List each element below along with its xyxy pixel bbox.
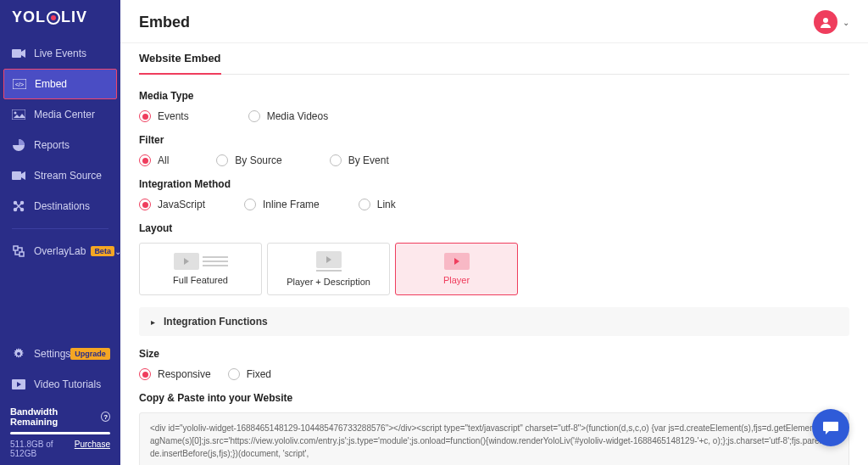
main: Embed ⌄ Website Embed Media Type Events …	[120, 0, 868, 465]
media-icon	[12, 108, 25, 121]
layout-icon	[316, 251, 342, 272]
embed-code[interactable]: <div id="yololiv-widget-1688465148129-10…	[139, 412, 849, 465]
integration-label: Integration Method	[139, 178, 849, 190]
nav: Live Events </> Embed Media Center Repor…	[0, 33, 120, 266]
sidebar-item-overlaylab[interactable]: OverlayLab Beta ⌄	[0, 236, 120, 266]
bandwidth-section: Bandwidth Remaining ? 511.8GB of 512GB P…	[0, 400, 120, 465]
tabs: Website Embed	[139, 43, 849, 75]
chevron-down-icon: ⌄	[114, 247, 121, 256]
sidebar-item-label: Stream Source	[34, 170, 102, 182]
radio-by-source[interactable]: By Source	[216, 154, 281, 166]
layout-player[interactable]: Player	[395, 243, 518, 295]
play-icon	[12, 378, 25, 391]
sidebar-item-label: Media Center	[34, 109, 95, 120]
sidebar-item-media-center[interactable]: Media Center	[0, 99, 120, 130]
radio-events[interactable]: Events	[139, 110, 189, 122]
radio-responsive[interactable]: Responsive	[139, 368, 211, 380]
sidebar-item-label: OverlayLab	[34, 245, 86, 257]
radio-fixed[interactable]: Fixed	[228, 368, 271, 380]
chat-fab[interactable]	[812, 409, 849, 446]
camera-icon	[12, 169, 25, 182]
media-type-label: Media Type	[139, 90, 849, 102]
integration-functions-accordion[interactable]: ▸ Integration Functions	[139, 307, 849, 336]
bandwidth-used: 511.8GB of 512GB	[10, 440, 75, 458]
svg-rect-13	[19, 252, 24, 256]
overlay-icon	[12, 244, 25, 258]
layout-label: Layout	[139, 222, 849, 234]
bandwidth-title: Bandwidth Remaining ?	[10, 406, 110, 427]
chart-icon	[12, 138, 25, 152]
svg-rect-12	[14, 246, 18, 250]
filter-label: Filter	[139, 134, 849, 146]
content: Website Embed Media Type Events Media Vi…	[120, 43, 868, 465]
sidebar-item-live-events[interactable]: Live Events	[0, 38, 120, 69]
sidebar-item-destinations[interactable]: Destinations	[0, 191, 120, 221]
beta-badge: Beta	[91, 246, 114, 256]
radio-link[interactable]: Link	[359, 199, 396, 210]
upgrade-badge[interactable]: Upgrade	[70, 348, 110, 360]
sidebar-item-label: Reports	[34, 139, 70, 151]
destinations-icon	[12, 199, 25, 213]
avatar[interactable]	[814, 10, 837, 34]
svg-rect-5	[12, 109, 25, 120]
bandwidth-bar	[10, 432, 110, 434]
svg-rect-2	[12, 49, 21, 58]
sidebar-item-label: Live Events	[34, 48, 86, 59]
layout-icon	[174, 253, 228, 270]
copy-label: Copy & Paste into your Website	[139, 392, 849, 404]
tab-website-embed[interactable]: Website Embed	[139, 43, 221, 75]
sidebar-item-reports[interactable]: Reports	[0, 130, 120, 160]
logo-text: YOLLIV	[12, 8, 108, 26]
triangle-right-icon: ▸	[151, 317, 155, 327]
sidebar-item-stream-source[interactable]: Stream Source	[0, 160, 120, 191]
radio-by-event[interactable]: By Event	[330, 154, 389, 166]
radio-javascript[interactable]: JavaScript	[139, 199, 205, 210]
layout-player-description[interactable]: Player + Description	[267, 243, 390, 295]
purchase-link[interactable]: Purchase	[75, 440, 110, 458]
sidebar-item-embed[interactable]: </> Embed	[3, 69, 117, 99]
svg-point-15	[823, 18, 828, 23]
layout-icon	[444, 253, 470, 270]
svg-point-6	[14, 112, 17, 115]
layout-full-featured[interactable]: Full Featured	[139, 243, 262, 295]
help-icon[interactable]: ?	[101, 412, 110, 422]
radio-media-videos[interactable]: Media Videos	[248, 110, 329, 122]
svg-rect-7	[12, 171, 21, 180]
sidebar-item-label: Destinations	[34, 200, 90, 212]
camera-icon	[12, 47, 25, 60]
sidebar-item-label: Embed	[35, 78, 67, 90]
svg-text:</>: </>	[15, 81, 24, 87]
code-icon: </>	[13, 77, 26, 91]
radio-inline-frame[interactable]: Inline Frame	[244, 199, 320, 210]
page-title: Embed	[139, 14, 190, 31]
size-label: Size	[139, 348, 849, 360]
radio-all[interactable]: All	[139, 154, 169, 166]
divider	[12, 228, 108, 229]
sidebar-item-label: Video Tutorials	[34, 378, 101, 390]
header: Embed ⌄	[120, 0, 868, 43]
chevron-down-icon[interactable]: ⌄	[843, 18, 849, 27]
sidebar-item-settings[interactable]: Settings Upgrade	[0, 339, 120, 369]
gear-icon	[12, 347, 25, 361]
sidebar-item-label: Settings	[34, 348, 70, 360]
sidebar: YOLLIV Live Events </> Embed Media Cente…	[0, 0, 120, 465]
logo: YOLLIV	[0, 0, 120, 33]
svg-point-1	[51, 15, 56, 20]
sidebar-item-video-tutorials[interactable]: Video Tutorials	[0, 369, 120, 400]
